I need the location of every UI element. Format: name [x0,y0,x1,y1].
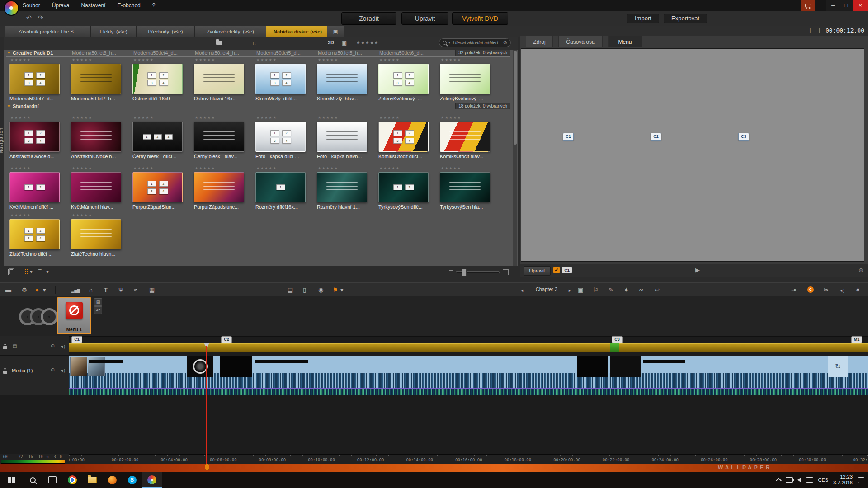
menu-template-item[interactable]: ★★★★★1234KomiksOtočit dílčí... [378,116,434,162]
menu-template-item[interactable]: ★★★★★Ostrov hlavní 16x... [194,58,249,104]
chapter-checkbox[interactable] [553,267,560,273]
menu-list-icon[interactable] [94,298,102,306]
black-clip[interactable] [610,356,641,377]
edit-chapter-icon[interactable] [609,286,613,293]
edit-menu-button[interactable]: Upravit [524,266,551,276]
menu-template-item[interactable]: ★★★★★1234ZlatéTechno dílčí ... [9,213,65,259]
preview-tab-2[interactable]: Menu [608,36,642,47]
marker-flag-icon[interactable] [333,286,338,293]
menu-template-item[interactable]: ★★★★★1Rozměry dílčí16x... [255,166,311,212]
record-toggle-icon[interactable] [35,286,39,293]
audio-levels-icon[interactable] [71,286,80,294]
mode-button-1[interactable]: Upravit [401,12,448,25]
action-center-icon[interactable] [858,477,864,483]
menu-template-item[interactable]: ★★★★★12KvětMámení dílčí ... [9,166,65,212]
start-button[interactable] [0,472,23,488]
menu-track-bar[interactable] [69,343,868,352]
sort-menus-icon[interactable] [94,306,102,314]
wand-icon[interactable] [624,286,629,293]
clapper-icon[interactable] [5,286,11,293]
skype-button[interactable] [122,472,142,488]
menubar-item-4[interactable]: ? [152,2,156,9]
taskbar-clock[interactable]: 12:23 3.7.2016 [833,474,853,486]
mark-in-out-icon[interactable] [808,27,825,34]
playhead[interactable] [204,343,209,470]
folder-icon[interactable] [216,41,222,45]
preview-mode-icon[interactable] [342,40,347,46]
tray-expand-icon[interactable] [776,478,782,483]
grid-view-icon[interactable] [24,269,28,274]
track-audio-icon[interactable] [60,368,65,373]
trim-mode-icon[interactable] [791,286,796,293]
menu-template-item[interactable]: ★★★★★123Černý blesk - dílčí... [132,116,188,162]
section-collapse-icon[interactable] [7,105,11,108]
mode-button-0[interactable]: Zoradit [341,12,396,25]
menu-template-item[interactable]: ★★★★★KvětMámení hlav... [71,166,126,212]
track-name-label[interactable]: Media (1) [12,368,33,373]
timeline-marker-C1[interactable]: C1 [71,336,82,343]
preview-chapter-marker-C1[interactable]: C1 [563,133,574,141]
keyboard-tray-icon[interactable] [806,477,813,483]
playhead-scrub-handle[interactable] [205,464,209,470]
menu-template-item[interactable]: ★★★★★1234Foto - kapka dílčí ... [255,116,311,162]
menu-template-item[interactable]: ★★★★★12TyrkysovýSen dílč... [378,166,434,212]
3d-filter-label[interactable]: 3D [328,40,334,45]
split-clip-icon[interactable] [824,286,829,293]
black-clip[interactable] [577,356,608,377]
library-scrollbar[interactable] [513,50,517,266]
shop-cart-button[interactable] [801,0,815,11]
menu-template-item[interactable]: ★★★★★Moderna50.let7_h... [71,58,126,104]
timeline-marker-C2[interactable]: C2 [221,336,232,343]
transition-loop-clip[interactable] [828,356,848,377]
close-button[interactable]: × [853,0,868,11]
lock-track-icon[interactable] [3,371,7,374]
task-view-button[interactable] [42,472,62,488]
mode-button-2[interactable]: Vytvořit DVD [452,12,508,25]
list-view-icon[interactable] [38,268,42,274]
grid-view-caret-icon[interactable] [30,269,33,275]
orange-app-button[interactable] [102,472,122,488]
export-button[interactable]: Exportovat [664,14,707,23]
delete-icon[interactable] [303,286,306,293]
menubar-item-3[interactable]: E-obchod [117,2,140,9]
preview-viewport[interactable]: C1C2C3 [521,48,864,262]
library-tab-3[interactable]: Zvukové efekty: (vše) [195,26,266,37]
menu-template-item[interactable]: ★★★★★ZlatéTechno hlavn... [71,213,126,259]
menu-template-item[interactable]: ★★★★★1234StromMrzlý_dílčí... [255,58,311,104]
timeline-marker-M1[interactable]: M1 [851,336,862,343]
preview-settings-icon[interactable] [859,267,863,273]
menubar-item-1[interactable]: Úprava [52,2,70,9]
menu-template-item[interactable]: ★★★★★Rozměry hlavní 1... [317,166,372,212]
mute-track-icon[interactable] [839,286,844,294]
search-clear-icon[interactable] [503,40,507,46]
pinnacle-studio-taskbar-button[interactable] [142,472,162,488]
return-icon[interactable] [655,286,660,293]
marker-caret-icon[interactable] [340,286,344,293]
library-tab-0[interactable]: Zásobník projektu: The S... [5,26,91,37]
lock-track-icon[interactable] [3,346,7,349]
menu-template-item[interactable]: ★★★★★1234ZelenýKvětinový_... [378,58,434,104]
audio-mixer-icon[interactable] [149,286,155,293]
prev-chapter-icon[interactable] [520,286,524,294]
timeline-marker-C3[interactable]: C3 [612,336,623,343]
zoom-out-icon[interactable] [449,270,453,274]
language-indicator[interactable]: CES [818,477,829,483]
scrollbar-thumb[interactable] [514,51,517,145]
library-tab-2[interactable]: Přechody: (vše) [137,26,195,37]
thumbnail-zoom-slider[interactable] [456,271,500,273]
search-options-caret-icon[interactable]: ▾ [448,41,450,45]
section-collapse-icon[interactable] [7,52,11,54]
black-clip[interactable] [220,356,252,377]
menu-template-item[interactable]: ★★★★★1234PurpurZápadSlun... [132,166,188,212]
library-tab-4[interactable]: Nabídka disku: (vše) [266,26,330,37]
preview-tab-1[interactable]: Časová osa [558,36,603,47]
storyboard-icon[interactable] [288,286,293,293]
file-explorer-button[interactable] [82,472,102,488]
media-track[interactable] [69,356,868,395]
menu-template-item[interactable]: ★★★★★AbstraktníOvoce h... [71,116,126,162]
menu-template-item[interactable]: ★★★★★1234Moderna50.let7_d... [9,58,65,104]
navigation-sidebar-tab[interactable]: Navigation [0,127,6,153]
menu-template-item[interactable]: ★★★★★1234Ostrov dílčí 16x9 [132,58,188,104]
preview-chapter-marker-C3[interactable]: C3 [738,133,749,141]
chapter-chip[interactable]: C1 [562,267,572,273]
